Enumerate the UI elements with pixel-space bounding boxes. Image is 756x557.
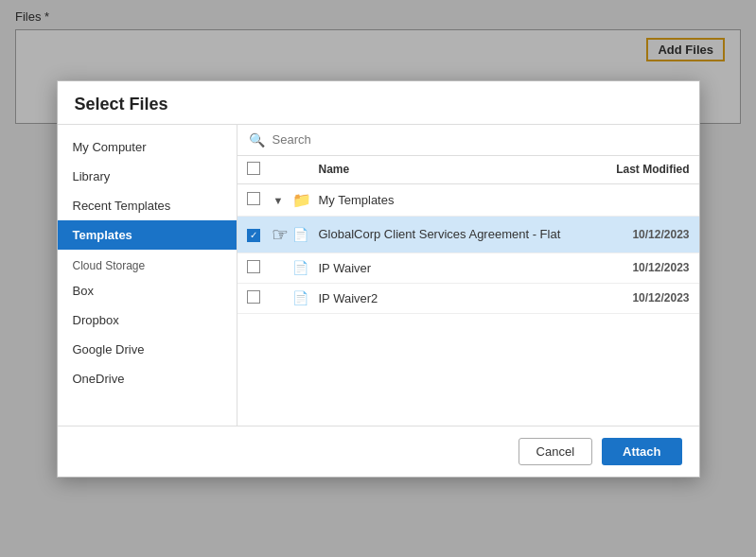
file-icon: 📄	[292, 290, 308, 305]
header-name-col: Name	[319, 163, 595, 176]
sidebar-item-label: Templates	[73, 228, 132, 242]
select-files-modal: Select Files My Computer Library Recent …	[57, 80, 700, 478]
modal-overlay: Select Files My Computer Library Recent …	[0, 0, 756, 557]
sidebar-item-templates[interactable]: Templates	[58, 220, 237, 250]
table-row[interactable]: 📄 IP Waiver 10/12/2023	[237, 253, 699, 284]
row-checkbox[interactable]	[247, 290, 260, 304]
row-name: GlobalCorp Client Services Agreement - F…	[319, 227, 595, 241]
attach-button[interactable]: Attach	[602, 438, 681, 465]
select-all-checkbox[interactable]	[247, 162, 260, 175]
sidebar-item-label: Box	[73, 284, 94, 298]
file-browser: 🔍 Name Last Modified	[237, 125, 699, 426]
sidebar-item-label: Google Drive	[73, 342, 145, 357]
row-name: My Templates	[319, 193, 595, 207]
sidebar-item-library[interactable]: Library	[58, 162, 237, 191]
file-icon: 📄	[292, 260, 308, 275]
sidebar-item-label: My Computer	[73, 140, 147, 154]
sidebar-item-box[interactable]: Box	[58, 276, 237, 305]
row-date: 10/12/2023	[595, 291, 690, 305]
header-date-col: Last Modified	[595, 163, 690, 176]
row-checkbox[interactable]	[247, 229, 260, 242]
modal-header: Select Files	[58, 81, 699, 125]
modal-footer: Cancel Attach	[58, 426, 699, 477]
row-date: 10/12/2023	[595, 228, 690, 241]
modal-body: My Computer Library Recent Templates Tem…	[58, 125, 699, 426]
search-icon: 🔍	[249, 132, 265, 148]
table-header: Name Last Modified	[237, 156, 699, 184]
file-icon: 📄	[292, 227, 308, 242]
sidebar-item-google-drive[interactable]: Google Drive	[58, 335, 237, 364]
sidebar-item-recent-templates[interactable]: Recent Templates	[58, 191, 237, 220]
folder-icon: 📁	[292, 192, 311, 208]
table-row[interactable]: ▼ 📁 My Templates	[237, 184, 699, 217]
row-checkbox[interactable]	[247, 260, 260, 273]
sidebar-item-label: OneDrive	[73, 372, 125, 386]
sidebar-item-my-computer[interactable]: My Computer	[58, 132, 237, 162]
expand-arrow-icon: ▼	[273, 195, 284, 206]
search-bar: 🔍	[237, 125, 699, 156]
sidebar-item-label: Library	[73, 169, 111, 183]
row-date: 10/12/2023	[595, 261, 690, 274]
sidebar-item-label: Dropbox	[73, 313, 119, 327]
table-row[interactable]: ☞ 📄 GlobalCorp Client Services Agreement…	[237, 217, 699, 253]
cloud-storage-label: Cloud Storage	[58, 250, 237, 276]
modal-title: Select Files	[75, 95, 168, 113]
sidebar-item-label: Recent Templates	[73, 199, 171, 213]
row-name: IP Waiver2	[319, 291, 595, 305]
search-input[interactable]	[273, 132, 688, 147]
cancel-button[interactable]: Cancel	[519, 438, 592, 465]
sidebar-item-dropbox[interactable]: Dropbox	[58, 305, 237, 335]
header-checkbox	[247, 162, 273, 178]
sidebar-item-onedrive[interactable]: OneDrive	[58, 364, 237, 393]
row-name: IP Waiver	[319, 261, 595, 275]
sidebar: My Computer Library Recent Templates Tem…	[58, 125, 237, 426]
cursor-hand-icon: ☞	[272, 223, 289, 246]
table-row[interactable]: 📄 IP Waiver2 10/12/2023	[237, 284, 699, 314]
row-checkbox[interactable]	[247, 192, 260, 205]
file-table: ▼ 📁 My Templates ☞	[237, 184, 699, 426]
